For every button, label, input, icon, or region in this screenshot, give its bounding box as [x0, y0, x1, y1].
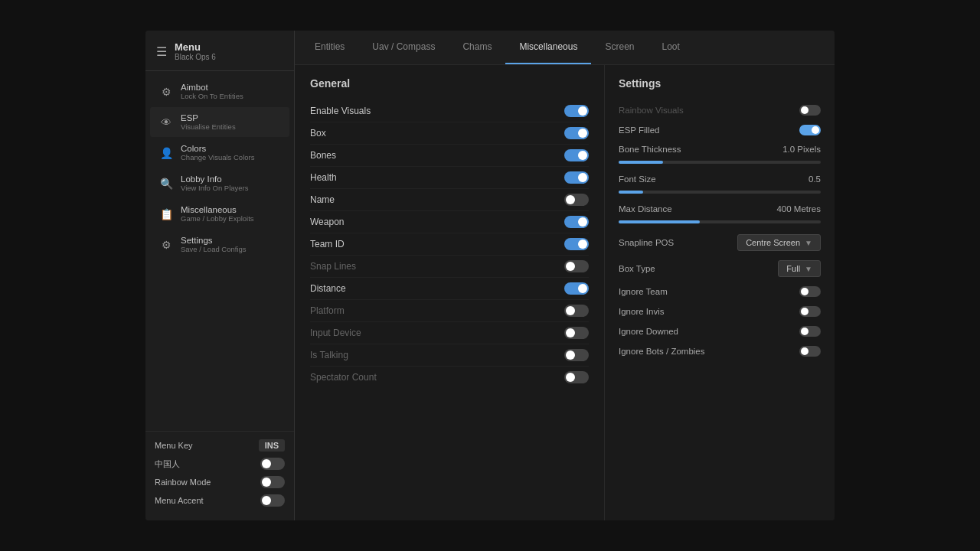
- settings-value-font-size: 0.5: [808, 174, 821, 184]
- general-toggle-spectator-count: [564, 371, 589, 383]
- settings-toggle-ignore-invis[interactable]: [799, 306, 821, 317]
- settings-label-ignore-invis: Ignore Invis: [619, 307, 664, 316]
- settings-toggle-ignore-team[interactable]: [799, 286, 821, 297]
- general-toggle-distance[interactable]: [564, 282, 589, 295]
- settings-label-box-type: Box Type: [619, 264, 655, 273]
- general-row-is-talking: Is Talking: [310, 344, 589, 367]
- general-label-is-talking: Is Talking: [310, 350, 348, 360]
- general-row-weapon: Weapon: [310, 211, 589, 233]
- sidebar: ☰ Menu Black Ops 6 ⚙ Aimbot Lock On To E…: [145, 31, 295, 520]
- sidebar-footer: Menu Key INS 中国人 Rainbow Mode Menu Accen…: [145, 431, 294, 520]
- settings-row-esp-filled: ESP Filled: [619, 120, 821, 140]
- general-label-snap-lines: Snap Lines: [310, 261, 356, 272]
- settings-label-ignore-bots: Ignore Bots / Zombies: [619, 347, 705, 356]
- settings-label-snapline-pos: Snapline POS: [619, 238, 674, 247]
- general-label-bones: Bones: [310, 150, 336, 161]
- settings-row-bone-thickness: Bone Thickness 1.0 Pixels: [619, 140, 821, 164]
- menu-accent-row: Menu Accent: [155, 494, 285, 507]
- general-row-bones: Bones: [310, 145, 589, 167]
- general-toggle-name[interactable]: [564, 194, 589, 206]
- sidebar-item-esp[interactable]: 👁 ESP Visualise Entities: [150, 107, 289, 137]
- sidebar-item-colors[interactable]: 👤 Colors Change Visuals Colors: [150, 138, 289, 168]
- settings-label-ignore-team: Ignore Team: [619, 287, 668, 296]
- sidebar-title: Menu: [175, 41, 216, 53]
- menu-accent-label: Menu Accent: [155, 496, 204, 505]
- settings-label-max-distance: Max Distance: [619, 204, 672, 214]
- general-row-platform: Platform: [310, 300, 589, 322]
- tab-chams[interactable]: Chams: [449, 31, 505, 64]
- sidebar-icon-esp: 👁: [159, 116, 173, 129]
- settings-row-box-type: Box Type Full ▼: [619, 256, 821, 282]
- rainbow-mode-row: Rainbow Mode: [155, 476, 285, 488]
- general-toggle-enable-visuals[interactable]: [564, 105, 589, 117]
- main-content: EntitiesUav / CompassChamsMiscellaneousS…: [295, 31, 835, 520]
- settings-panel: Settings Rainbow Visuals ESP Filled Bone…: [605, 65, 835, 520]
- content-area: General Enable Visuals Box Bones Health …: [295, 65, 835, 520]
- tab-uav[interactable]: Uav / Compass: [358, 31, 449, 64]
- chinese-toggle[interactable]: [260, 458, 285, 470]
- menu-accent-toggle[interactable]: [260, 494, 285, 507]
- settings-dropdown-box-type[interactable]: Full ▼: [778, 260, 821, 277]
- general-toggle-box[interactable]: [564, 127, 589, 139]
- general-row-distance: Distance: [310, 278, 589, 300]
- app-window: ☰ Menu Black Ops 6 ⚙ Aimbot Lock On To E…: [145, 31, 835, 520]
- slider-max-distance[interactable]: [619, 220, 821, 223]
- sidebar-icon-aimbot: ⚙: [159, 85, 173, 99]
- sidebar-header: ☰ Menu Black Ops 6: [145, 31, 294, 71]
- tab-loot[interactable]: Loot: [648, 31, 693, 64]
- general-row-enable-visuals: Enable Visuals: [310, 100, 589, 122]
- sidebar-item-lobby[interactable]: 🔍 Lobby Info View Info On Players: [150, 168, 289, 198]
- general-toggle-bones[interactable]: [564, 149, 589, 161]
- sidebar-item-aimbot[interactable]: ⚙ Aimbot Lock On To Entities: [150, 77, 289, 106]
- settings-toggle-esp-filled[interactable]: [799, 125, 821, 135]
- sidebar-icon-lobby: 🔍: [159, 177, 173, 191]
- settings-row-ignore-team: Ignore Team: [619, 282, 821, 302]
- tab-misc[interactable]: Miscellaneous: [505, 31, 591, 64]
- general-label-distance: Distance: [310, 283, 346, 294]
- general-row-input-device: Input Device: [310, 322, 589, 344]
- settings-dropdown-snapline-pos[interactable]: Centre Screen ▼: [737, 234, 821, 251]
- general-title: General: [310, 77, 589, 90]
- rainbow-mode-toggle[interactable]: [260, 476, 285, 488]
- settings-label-esp-filled: ESP Filled: [619, 126, 659, 135]
- sidebar-item-misc[interactable]: 📋 Miscellaneous Game / Lobby Exploits: [150, 199, 289, 229]
- settings-row-ignore-downed: Ignore Downed: [619, 321, 821, 341]
- slider-font-size[interactable]: [619, 191, 821, 194]
- tab-entities[interactable]: Entities: [301, 31, 358, 64]
- general-label-spectator-count: Spectator Count: [310, 372, 377, 383]
- general-label-weapon: Weapon: [310, 217, 344, 227]
- chevron-down-icon: ▼: [805, 239, 812, 247]
- general-row-health: Health: [310, 167, 589, 189]
- slider-bone-thickness[interactable]: [619, 161, 821, 164]
- settings-toggle-ignore-downed[interactable]: [799, 326, 821, 337]
- general-toggle-input-device: [564, 327, 589, 339]
- sidebar-subtitle: Black Ops 6: [175, 53, 216, 61]
- general-toggle-team-id[interactable]: [564, 238, 589, 250]
- settings-label-rainbow-visuals: Rainbow Visuals: [619, 106, 684, 115]
- general-toggle-weapon[interactable]: [564, 216, 589, 228]
- hamburger-icon[interactable]: ☰: [156, 44, 167, 59]
- sidebar-title-block: Menu Black Ops 6: [175, 41, 216, 61]
- general-row-spectator-count: Spectator Count: [310, 367, 589, 388]
- settings-label-font-size: Font Size: [619, 174, 656, 184]
- general-label-name: Name: [310, 194, 335, 205]
- general-label-enable-visuals: Enable Visuals: [310, 106, 371, 116]
- settings-toggle-ignore-bots[interactable]: [799, 346, 821, 357]
- settings-label-ignore-downed: Ignore Downed: [619, 327, 678, 336]
- chinese-row: 中国人: [155, 458, 285, 470]
- settings-title: Settings: [619, 77, 821, 90]
- tab-screen[interactable]: Screen: [591, 31, 648, 64]
- sidebar-item-settings[interactable]: ⚙ Settings Save / Load Configs: [150, 230, 289, 259]
- menu-key-badge: INS: [259, 439, 285, 452]
- general-toggle-health[interactable]: [564, 171, 589, 184]
- settings-row-ignore-invis: Ignore Invis: [619, 302, 821, 321]
- settings-value-bone-thickness: 1.0 Pixels: [782, 145, 821, 154]
- sidebar-icon-settings: ⚙: [159, 238, 173, 252]
- general-label-team-id: Team ID: [310, 239, 345, 249]
- settings-toggle-rainbow-visuals: [799, 105, 821, 116]
- general-row-name: Name: [310, 189, 589, 211]
- general-panel: General Enable Visuals Box Bones Health …: [295, 65, 605, 520]
- general-label-health: Health: [310, 172, 337, 183]
- sidebar-icon-colors: 👤: [159, 146, 173, 160]
- general-label-input-device: Input Device: [310, 328, 361, 338]
